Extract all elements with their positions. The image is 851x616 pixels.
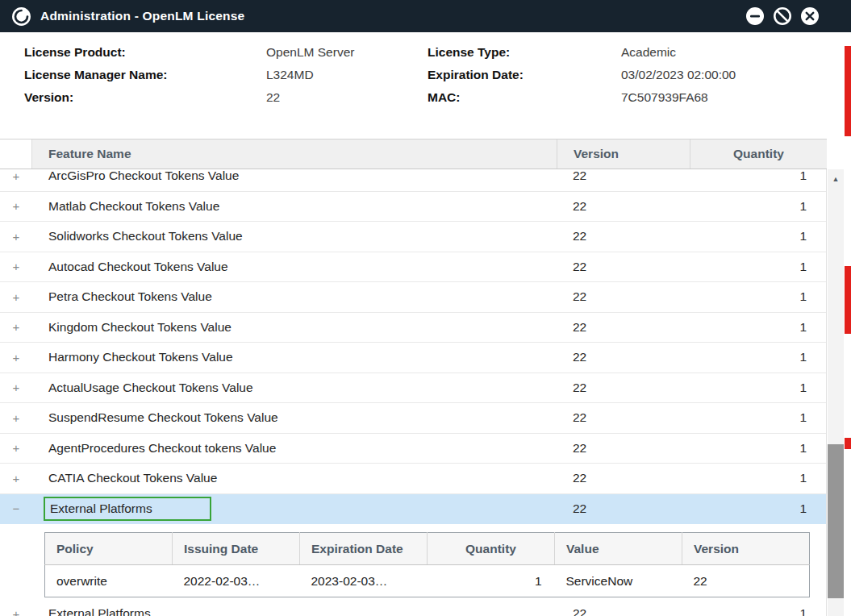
table-viewport: +ArcGisPro Checkout Tokens Value221+Matl… bbox=[0, 169, 827, 616]
expand-icon[interactable]: + bbox=[0, 169, 32, 183]
red-annotation-strip bbox=[845, 438, 851, 449]
subtable-column-header[interactable]: Value bbox=[555, 533, 682, 565]
expand-icon[interactable]: + bbox=[0, 260, 32, 273]
expand-icon[interactable]: + bbox=[0, 351, 32, 364]
info-value: 22 bbox=[266, 90, 428, 105]
annotation-highlight-box: External Platforms bbox=[44, 497, 211, 521]
expand-icon[interactable]: + bbox=[0, 472, 32, 485]
feature-name-cell: ActualUsage Checkout Tokens Value bbox=[32, 381, 557, 395]
close-button[interactable] bbox=[800, 6, 820, 26]
scrollbar-thumb[interactable] bbox=[828, 444, 844, 598]
table-row[interactable]: +Harmony Checkout Tokens Value221 bbox=[0, 343, 826, 373]
version-cell: 22 bbox=[557, 606, 690, 616]
subtable-column-header[interactable]: Issuing Date bbox=[173, 533, 300, 565]
version-cell: 22 bbox=[557, 260, 690, 274]
subtable-column-header[interactable]: Quantity bbox=[428, 533, 555, 565]
info-label: License Product: bbox=[24, 45, 266, 60]
openlm-logo-icon bbox=[11, 6, 31, 27]
table-row[interactable]: +SuspendResume Checkout Tokens Value221 bbox=[0, 403, 826, 434]
quantity-cell: 1 bbox=[690, 502, 827, 516]
feature-name-cell: CATIA Checkout Tokens Value bbox=[32, 471, 557, 485]
version-cell: 22 bbox=[557, 320, 690, 335]
subtable-header-row: PolicyIssuing DateExpiration DateQuantit… bbox=[45, 533, 810, 565]
subtable-row[interactable]: overwrite2022-02-03…2023-02-03…1ServiceN… bbox=[45, 565, 810, 597]
subtable-cell: 2023-02-03… bbox=[300, 565, 428, 597]
table-row[interactable]: −External Platforms221 bbox=[0, 494, 826, 525]
license-info-panel: License Product:OpenLM ServerLicense Typ… bbox=[0, 32, 851, 139]
quantity-cell: 1 bbox=[690, 471, 827, 485]
version-cell: 22 bbox=[557, 289, 690, 304]
expand-icon[interactable]: + bbox=[0, 320, 32, 334]
feature-name-cell: Petra Checkout Tokens Value bbox=[32, 289, 557, 304]
version-cell: 22 bbox=[557, 441, 690, 456]
scroll-up-icon[interactable]: ▲ bbox=[828, 169, 844, 189]
feature-name-cell: Harmony Checkout Tokens Value bbox=[32, 350, 557, 364]
quantity-cell: 1 bbox=[690, 320, 827, 335]
table-row[interactable]: +External Platforms221 bbox=[0, 599, 826, 616]
expand-icon[interactable]: + bbox=[0, 381, 32, 394]
expand-icon[interactable]: + bbox=[0, 441, 32, 455]
quantity-cell: 1 bbox=[690, 289, 827, 304]
subtable-column-header[interactable]: Version bbox=[682, 533, 810, 565]
version-cell: 22 bbox=[557, 199, 690, 214]
table-row[interactable]: +Autocad Checkout Tokens Value221 bbox=[0, 252, 826, 283]
version-cell: 22 bbox=[557, 410, 690, 425]
expand-icon[interactable]: + bbox=[0, 607, 32, 616]
table-header-row: Feature Name Version Quantity bbox=[0, 139, 827, 169]
table-row[interactable]: +AgentProcedures Checkout tokens Value22… bbox=[0, 434, 826, 464]
red-annotation-strip bbox=[845, 266, 851, 334]
table-row[interactable]: +Petra Checkout Tokens Value221 bbox=[0, 282, 826, 313]
table-row[interactable]: +CATIA Checkout Tokens Value221 bbox=[0, 464, 826, 494]
titlebar: Administration - OpenLM License bbox=[0, 0, 851, 32]
feature-name-cell: Solidworks Checkout Tokens Value bbox=[32, 229, 557, 243]
vertical-scrollbar[interactable]: ▲ bbox=[828, 169, 844, 616]
quantity-cell: 1 bbox=[690, 199, 827, 214]
block-button[interactable] bbox=[773, 6, 792, 26]
table-row[interactable]: +Kingdom Checkout Tokens Value221 bbox=[0, 313, 826, 343]
table-rows: +ArcGisPro Checkout Tokens Value221+Matl… bbox=[0, 169, 826, 616]
features-table: Feature Name Version Quantity +ArcGisPro… bbox=[0, 139, 851, 616]
window-title: Administration - OpenLM License bbox=[40, 9, 244, 23]
feature-name-cell: External Platforms bbox=[32, 497, 557, 521]
column-header-quantity[interactable]: Quantity bbox=[690, 139, 827, 169]
collapse-icon[interactable]: − bbox=[0, 502, 32, 515]
quantity-cell: 1 bbox=[690, 350, 827, 364]
column-header-feature-name[interactable]: Feature Name bbox=[32, 139, 557, 169]
policy-subtable: PolicyIssuing DateExpiration DateQuantit… bbox=[44, 532, 810, 597]
table-row[interactable]: +Solidworks Checkout Tokens Value221 bbox=[0, 222, 826, 252]
expand-icon[interactable]: + bbox=[0, 411, 32, 425]
info-value: 03/02/2023 02:00:00 bbox=[621, 68, 851, 82]
info-value: OpenLM Server bbox=[266, 45, 428, 60]
version-cell: 22 bbox=[557, 229, 690, 243]
expand-icon[interactable]: + bbox=[0, 290, 32, 304]
table-row[interactable]: +ActualUsage Checkout Tokens Value221 bbox=[0, 373, 826, 404]
version-cell: 22 bbox=[557, 381, 690, 395]
quantity-cell: 1 bbox=[690, 260, 827, 274]
expanded-row-detail: PolicyIssuing DateExpiration DateQuantit… bbox=[0, 524, 826, 599]
subtable-column-header[interactable]: Policy bbox=[45, 533, 173, 565]
subtable-cell: 22 bbox=[682, 565, 810, 597]
expand-icon[interactable]: + bbox=[0, 230, 32, 243]
column-header-version[interactable]: Version bbox=[557, 139, 690, 169]
info-label: License Type: bbox=[428, 45, 621, 60]
info-value: L324MD bbox=[266, 68, 428, 82]
feature-name-cell: Kingdom Checkout Tokens Value bbox=[32, 320, 557, 335]
window-controls bbox=[745, 6, 820, 26]
version-cell: 22 bbox=[557, 502, 690, 516]
info-label: MAC: bbox=[428, 90, 621, 105]
subtable-column-header[interactable]: Expiration Date bbox=[300, 533, 428, 565]
table-row[interactable]: +Matlab Checkout Tokens Value221 bbox=[0, 192, 826, 223]
expand-icon[interactable]: + bbox=[0, 199, 32, 213]
table-row[interactable]: +ArcGisPro Checkout Tokens Value221 bbox=[0, 169, 826, 192]
version-cell: 22 bbox=[557, 471, 690, 485]
feature-name-cell: Matlab Checkout Tokens Value bbox=[32, 199, 557, 214]
quantity-cell: 1 bbox=[690, 381, 827, 395]
expander-column-header bbox=[0, 139, 32, 169]
feature-name-cell: AgentProcedures Checkout tokens Value bbox=[32, 441, 557, 456]
subtable-cell: 1 bbox=[428, 565, 555, 597]
minimize-button[interactable] bbox=[745, 6, 765, 26]
info-value: Academic bbox=[621, 45, 851, 60]
quantity-cell: 1 bbox=[690, 169, 827, 183]
subtable-cell: overwrite bbox=[45, 565, 173, 597]
info-value: 7C507939FA68 bbox=[621, 90, 851, 105]
